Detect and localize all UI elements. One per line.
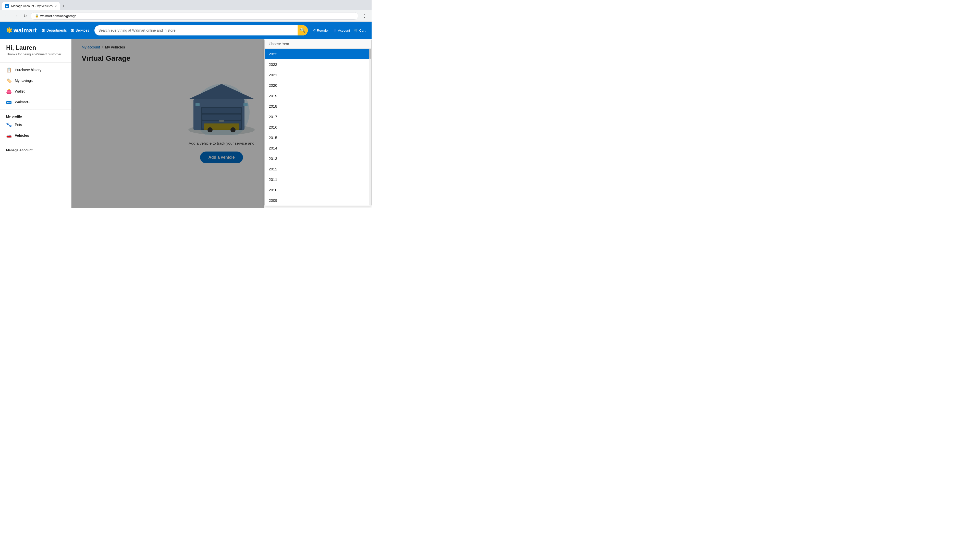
year-option-2019[interactable]: 2019 — [265, 91, 371, 101]
year-options-list: 2023202220212020201920182017201620152014… — [265, 49, 371, 206]
header-account[interactable]: 👤Account — [333, 29, 350, 32]
sidebar-label-wallet: Wallet — [15, 89, 24, 94]
scrollbar-track — [369, 49, 371, 206]
year-option-2011[interactable]: 2011 — [265, 174, 371, 185]
header-nav: ⊞ Departments ⊞ Services — [42, 28, 89, 32]
browser-tab[interactable]: W Manage Account · My vehicles × — [2, 2, 60, 10]
services-icon: ⊞ — [71, 28, 74, 32]
year-dropdown-title: Choose Year — [265, 39, 371, 49]
departments-nav[interactable]: ⊞ Departments — [42, 28, 67, 32]
pets-icon: 🐾 — [6, 122, 12, 127]
greeting-subtitle: Thanks for being a Walmart customer — [6, 52, 65, 56]
sidebar-label-walmart-plus: Walmart+ — [15, 100, 30, 104]
year-option-2016[interactable]: 2016 — [265, 122, 371, 132]
year-option-2014[interactable]: 2014 — [265, 143, 371, 153]
sidebar-manage-title: Manage Account — [0, 145, 71, 153]
spark-icon: ✱ — [6, 26, 12, 35]
search-bar[interactable]: 🔍 — [94, 25, 308, 35]
sidebar-item-pets[interactable]: 🐾 Pets — [0, 119, 71, 130]
year-option-2021[interactable]: 2021 — [265, 70, 371, 80]
address-bar[interactable]: 🔒 walmart.com/acc/garage — [30, 12, 358, 20]
wallet-icon: 👛 — [6, 89, 12, 94]
tab-close-button[interactable]: × — [55, 4, 57, 8]
add-vehicle-panel: Choose Year 2023202220212020201920182017… — [264, 39, 372, 208]
sidebar-divider-middle — [0, 109, 71, 110]
sidebar-item-vehicles[interactable]: 🚗 Vehicles — [0, 130, 71, 141]
sidebar-label-savings: My savings — [15, 79, 33, 83]
walmart-plus-icon: W+ — [6, 99, 12, 105]
walmart-header: ✱ walmart ⊞ Departments ⊞ Services 🔍 ↺Re… — [0, 22, 372, 39]
departments-icon: ⊞ — [42, 28, 45, 32]
sidebar-label-purchase-history: Purchase history — [15, 68, 41, 72]
sidebar: Hi, Lauren Thanks for being a Walmart cu… — [0, 39, 72, 208]
sidebar-label-vehicles: Vehicles — [15, 133, 29, 138]
sidebar-item-walmart-plus[interactable]: W+ Walmart+ — [0, 97, 71, 107]
year-option-2015[interactable]: 2015 — [265, 132, 371, 143]
sidebar-greeting: Hi, Lauren Thanks for being a Walmart cu… — [0, 44, 71, 60]
more-button[interactable]: ⋮ — [360, 12, 369, 20]
sidebar-label-pets: Pets — [15, 123, 22, 127]
forward-button[interactable]: → — [12, 12, 19, 19]
greeting-name: Hi, Lauren — [6, 44, 65, 51]
sidebar-item-savings[interactable]: 🏷️ My savings — [0, 75, 71, 86]
savings-icon: 🏷️ — [6, 78, 12, 83]
scrollbar-thumb[interactable] — [369, 49, 371, 59]
back-button[interactable]: ← — [3, 12, 10, 19]
new-tab-button[interactable]: + — [60, 3, 67, 10]
year-option-2012[interactable]: 2012 — [265, 164, 371, 174]
services-nav[interactable]: ⊞ Services — [71, 28, 89, 32]
header-reorder[interactable]: ↺Reorder — [313, 29, 329, 32]
tab-title: Manage Account · My vehicles — [11, 4, 52, 8]
vehicles-icon: 🚗 — [6, 133, 12, 138]
tab-bar: W Manage Account · My vehicles × + — [0, 0, 372, 10]
header-actions: ↺Reorder 👤Account 🛒Cart — [313, 29, 366, 32]
main-layout: Hi, Lauren Thanks for being a Walmart cu… — [0, 39, 372, 208]
nav-actions: ⋮ — [360, 12, 369, 20]
year-option-2013[interactable]: 2013 — [265, 153, 371, 164]
search-input[interactable] — [99, 28, 296, 32]
sidebar-item-wallet[interactable]: 👛 Wallet — [0, 86, 71, 97]
year-option-2010[interactable]: 2010 — [265, 185, 371, 195]
browser-chrome: W Manage Account · My vehicles × + ← → ↻… — [0, 0, 372, 22]
logo-text: walmart — [14, 27, 37, 34]
search-button[interactable]: 🔍 — [298, 25, 308, 35]
refresh-button[interactable]: ↻ — [21, 12, 29, 19]
purchase-history-icon: 📋 — [6, 67, 12, 73]
year-option-2022[interactable]: 2022 — [265, 59, 371, 70]
browser-nav: ← → ↻ 🔒 walmart.com/acc/garage ⋮ — [0, 10, 372, 21]
tab-favicon: W — [5, 4, 9, 8]
content-area: My account / My vehicles Virtual Garage — [72, 39, 372, 208]
year-option-2023[interactable]: 2023 — [265, 49, 371, 59]
address-text: walmart.com/acc/garage — [40, 14, 354, 18]
sidebar-item-purchase-history[interactable]: 📋 Purchase history — [0, 65, 71, 75]
header-cart[interactable]: 🛒Cart — [354, 29, 366, 32]
year-dropdown-popup[interactable]: Choose Year 2023202220212020201920182017… — [264, 39, 372, 206]
sidebar-profile-title: My profile — [0, 111, 71, 119]
page: ✱ walmart ⊞ Departments ⊞ Services 🔍 ↺Re… — [0, 22, 372, 208]
year-option-2020[interactable]: 2020 — [265, 80, 371, 91]
departments-label: Departments — [46, 28, 67, 32]
year-option-2017[interactable]: 2017 — [265, 111, 371, 122]
services-label: Services — [76, 28, 89, 32]
walmart-logo: ✱ walmart — [6, 26, 37, 35]
lock-icon: 🔒 — [35, 14, 39, 17]
year-option-2018[interactable]: 2018 — [265, 101, 371, 111]
year-option-2009[interactable]: 2009 — [265, 195, 371, 206]
